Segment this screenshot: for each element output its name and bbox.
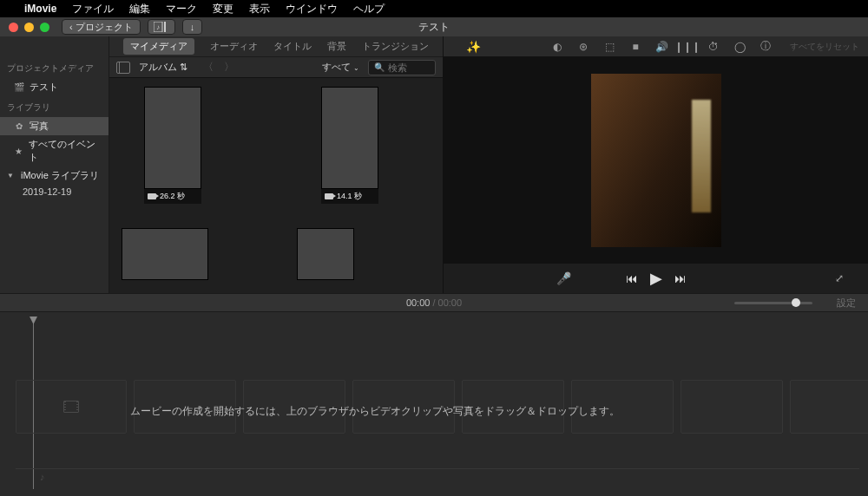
traffic-lights <box>0 23 49 32</box>
download-icon: ↓ <box>190 23 195 32</box>
sidebar-allevents-label: すべてのイベント <box>29 138 102 164</box>
music-note-icon: ♪ <box>40 472 45 482</box>
filter-all-label: すべて <box>322 62 351 72</box>
clip-image <box>122 228 208 280</box>
clip-duration: 26.2 秒 <box>160 191 185 202</box>
video-icon <box>325 193 333 199</box>
search-field[interactable]: 🔍 <box>368 60 436 75</box>
fullscreen-button[interactable]: ⤢ <box>835 272 844 284</box>
mac-menubar: iMovie ファイル 編集 マーク 変更 表示 ウインドウ ヘルプ <box>0 0 868 17</box>
clip-thumbnail[interactable] <box>122 228 179 280</box>
tab-my-media[interactable]: マイメディア <box>123 38 194 55</box>
media-browser: マイメディア オーディオ タイトル 背景 トランジション アルバム ⇅ 〈 〉 … <box>109 36 443 293</box>
time-bar: 00:00 / 00:00 設定 <box>0 293 868 312</box>
clapper-icon: 🎬 <box>14 82 24 93</box>
menubar-edit[interactable]: 編集 <box>129 2 150 16</box>
preview-viewport[interactable] <box>444 57 868 264</box>
tab-transitions[interactable]: トランジション <box>362 40 429 53</box>
color-correction-icon[interactable]: ⊛ <box>576 40 590 54</box>
clip-drop-slot[interactable] <box>16 380 127 434</box>
menubar-app-name[interactable]: iMovie <box>24 3 56 15</box>
library-icon: ♪ <box>154 22 169 32</box>
menubar-window[interactable]: ウインドウ <box>286 2 338 16</box>
clip-duration: 14.1 秒 <box>337 191 362 202</box>
prev-frame-button[interactable]: ⏮ <box>626 271 638 285</box>
timeline[interactable]: ムービーの作成を開始するには、上のブラウザからビデオクリップや写真をドラッグ＆ド… <box>0 312 868 496</box>
chevron-left-icon: ‹ <box>69 23 73 32</box>
preview-panel: ✨ ◐ ⊛ ⬚ ■ 🔊 ❙❙❙ ⏱ ◯ ⓘ すべてをリセット 🎤 ⏮ ▶ ⏭ ⤢ <box>443 36 868 293</box>
play-button[interactable]: ▶ <box>650 269 662 288</box>
import-button[interactable]: ↓ <box>182 19 203 35</box>
sidebar-library-header: ライブラリ <box>0 96 108 117</box>
filter-icon[interactable]: ◯ <box>733 40 746 54</box>
chevron-down-icon: ⌄ <box>353 64 359 72</box>
svg-rect-1 <box>164 22 166 32</box>
clip-image <box>297 228 354 280</box>
timeline-zoom-slider[interactable] <box>734 302 812 304</box>
film-icon <box>63 401 79 413</box>
voiceover-button[interactable]: 🎤 <box>556 271 571 285</box>
info-icon[interactable]: ⓘ <box>759 40 773 54</box>
sidebar-toggle-icon[interactable] <box>116 62 130 74</box>
preview-frame <box>591 74 721 247</box>
back-label: プロジェクト <box>76 23 133 32</box>
nav-forward-button[interactable]: 〉 <box>220 60 238 75</box>
audio-track[interactable]: ♪ <box>16 468 859 484</box>
sidebar-projectmedia-header: プロジェクトメディア <box>0 57 108 78</box>
sidebar-project-label: テスト <box>30 81 58 94</box>
nav-back-button[interactable]: 〈 <box>200 60 217 75</box>
sidebar: プロジェクトメディア 🎬 テスト ライブラリ ✿ 写真 ★ すべてのイベント ▼… <box>0 36 109 293</box>
sidebar-project-item[interactable]: 🎬 テスト <box>0 78 108 96</box>
volume-icon[interactable]: 🔊 <box>654 40 668 54</box>
equalizer-icon[interactable]: ❙❙❙ <box>681 40 694 54</box>
clip-image <box>321 87 378 189</box>
zoom-window-button[interactable] <box>40 23 49 32</box>
flower-icon: ✿ <box>14 121 24 132</box>
color-balance-icon[interactable]: ◐ <box>550 40 564 54</box>
magic-wand-icon[interactable]: ✨ <box>466 40 481 54</box>
svg-text:♪: ♪ <box>156 23 160 31</box>
sidebar-imovie-library-label: iMovie ライブラリ <box>21 169 99 182</box>
stabilize-icon[interactable]: ■ <box>628 40 642 54</box>
back-to-projects-button[interactable]: ‹ プロジェクト <box>62 19 141 35</box>
tab-titles[interactable]: タイトル <box>273 40 312 53</box>
sidebar-photos-item[interactable]: ✿ 写真 <box>0 117 108 135</box>
tab-backgrounds[interactable]: 背景 <box>327 40 346 53</box>
zoom-knob[interactable] <box>792 298 800 307</box>
filter-all-dropdown[interactable]: すべて ⌄ <box>322 61 359 74</box>
close-window-button[interactable] <box>9 23 18 32</box>
search-icon: 🔍 <box>374 62 385 72</box>
search-input[interactable] <box>388 62 430 73</box>
clip-image <box>144 87 201 189</box>
total-time: 00:00 <box>438 297 463 308</box>
album-label: アルバム <box>139 62 177 72</box>
menubar-modify[interactable]: 変更 <box>213 2 233 16</box>
minimize-window-button[interactable] <box>24 23 34 32</box>
sidebar-event-item[interactable]: 2019-12-19 <box>0 185 108 199</box>
clip-thumbnail[interactable]: 14.1 秒 <box>321 87 378 204</box>
speed-icon[interactable]: ⏱ <box>707 40 720 54</box>
clip-drop-slot[interactable] <box>681 380 783 434</box>
timeline-hint-text: ムービーの作成を開始するには、上のブラウザからビデオクリップや写真をドラッグ＆ド… <box>130 404 620 419</box>
clip-thumbnail[interactable]: 26.2 秒 <box>144 87 201 204</box>
reset-all-button[interactable]: すべてをリセット <box>790 41 859 53</box>
album-dropdown[interactable]: アルバム ⇅ <box>139 61 187 74</box>
menubar-mark[interactable]: マーク <box>166 2 197 16</box>
clip-drop-slot[interactable] <box>790 380 868 434</box>
crop-icon[interactable]: ⬚ <box>602 40 616 54</box>
sidebar-imovie-library[interactable]: ▼ iMovie ライブラリ <box>0 166 108 185</box>
menubar-file[interactable]: ファイル <box>72 2 114 16</box>
library-toggle-button[interactable]: ♪ <box>148 19 175 35</box>
browser-toolbar: アルバム ⇅ 〈 〉 すべて ⌄ 🔍 <box>109 57 443 78</box>
disclosure-triangle-icon[interactable]: ▼ <box>7 172 14 179</box>
menubar-help[interactable]: ヘルプ <box>353 2 385 16</box>
sidebar-allevents-item[interactable]: ★ すべてのイベント <box>0 135 108 166</box>
next-frame-button[interactable]: ⏭ <box>674 271 687 285</box>
clip-thumbnail[interactable] <box>297 228 354 280</box>
playback-controls: 🎤 ⏮ ▶ ⏭ ⤢ <box>444 264 868 293</box>
menubar-view[interactable]: 表示 <box>249 2 270 16</box>
video-icon <box>148 193 156 199</box>
timeline-settings-button[interactable]: 設定 <box>837 297 856 310</box>
tab-audio[interactable]: オーディオ <box>210 40 258 53</box>
browser-tabs: マイメディア オーディオ タイトル 背景 トランジション <box>109 36 443 57</box>
